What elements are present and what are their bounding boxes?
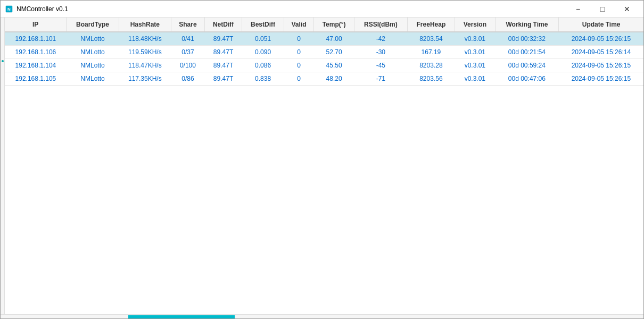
- cell-share: 0/37: [171, 46, 205, 59]
- cell-boardType: NMLotto: [67, 59, 119, 72]
- cell-ip: 192.168.1.105: [5, 72, 67, 86]
- table-container[interactable]: IP BoardType HashRate Share NetDiff Best…: [5, 18, 643, 314]
- table-row[interactable]: 192.168.1.101NMLotto118.48KH/s0/4189.47T…: [5, 32, 643, 46]
- cell-workingTime: 00d 00:59:24: [495, 59, 559, 72]
- cell-updateTime: 2024-09-05 15:26:15: [559, 32, 643, 46]
- cell-workingTime: 00d 00:47:06: [495, 72, 559, 86]
- cell-hashRate: 117.35KH/s: [119, 72, 171, 86]
- main-content: IP BoardType HashRate Share NetDiff Best…: [5, 18, 643, 314]
- app-icon: N: [5, 5, 13, 13]
- cell-bestDiff: 0.086: [242, 59, 284, 72]
- cell-workingTime: 00d 00:32:32: [495, 32, 559, 46]
- content-area: IP BoardType HashRate Share NetDiff Best…: [1, 18, 643, 314]
- cell-temp: 47.00: [314, 32, 354, 46]
- cell-freeHeap: 8203.28: [407, 59, 455, 72]
- window-title: NMController v0.1: [16, 5, 566, 13]
- cell-share: 0/41: [171, 32, 205, 46]
- close-button[interactable]: ✕: [615, 1, 639, 18]
- col-header-ip: IP: [5, 18, 67, 32]
- col-header-freeheap: FreeHeap: [407, 18, 455, 32]
- cell-bestDiff: 0.051: [242, 32, 284, 46]
- cell-hashRate: 119.59KH/s: [119, 46, 171, 59]
- cell-temp: 45.50: [314, 59, 354, 72]
- cell-version: v0.3.01: [455, 32, 495, 46]
- cell-temp: 52.70: [314, 46, 354, 59]
- cell-hashRate: 118.48KH/s: [119, 32, 171, 46]
- bottom-bar: [1, 314, 643, 318]
- cell-ip: 192.168.1.106: [5, 46, 67, 59]
- cell-bestDiff: 0.838: [242, 72, 284, 86]
- table-header-row: IP BoardType HashRate Share NetDiff Best…: [5, 18, 643, 32]
- cell-netDiff: 89.47T: [204, 72, 242, 86]
- cell-netDiff: 89.47T: [204, 32, 242, 46]
- table-row[interactable]: 192.168.1.104NMLotto118.47KH/s0/10089.47…: [5, 59, 643, 72]
- table-row[interactable]: 192.168.1.105NMLotto117.35KH/s0/8689.47T…: [5, 72, 643, 86]
- cell-netDiff: 89.47T: [204, 59, 242, 72]
- cell-share: 0/100: [171, 59, 205, 72]
- col-header-netdiff: NetDiff: [204, 18, 242, 32]
- cell-hashRate: 118.47KH/s: [119, 59, 171, 72]
- col-header-boardtype: BoardType: [67, 18, 119, 32]
- col-header-version: Version: [455, 18, 495, 32]
- sidebar-indicator: [2, 60, 4, 62]
- cell-updateTime: 2024-09-05 15:26:15: [559, 72, 643, 86]
- left-sidebar: [1, 18, 5, 314]
- table-row[interactable]: 192.168.1.106NMLotto119.59KH/s0/3789.47T…: [5, 46, 643, 59]
- cell-netDiff: 89.47T: [204, 46, 242, 59]
- cell-updateTime: 2024-09-05 15:26:15: [559, 59, 643, 72]
- cell-rssi: -45: [354, 59, 407, 72]
- col-header-valid: Valid: [284, 18, 313, 32]
- cell-valid: 0: [284, 46, 313, 59]
- cell-valid: 0: [284, 32, 313, 46]
- col-header-rssi: RSSI(dBm): [354, 18, 407, 32]
- cell-share: 0/86: [171, 72, 205, 86]
- device-table: IP BoardType HashRate Share NetDiff Best…: [5, 18, 643, 86]
- cell-version: v0.3.01: [455, 46, 495, 59]
- cell-workingTime: 00d 00:21:54: [495, 46, 559, 59]
- col-header-workingtime: Working Time: [495, 18, 559, 32]
- cell-version: v0.3.01: [455, 59, 495, 72]
- cell-boardType: NMLotto: [67, 46, 119, 59]
- cell-valid: 0: [284, 59, 313, 72]
- main-window: N NMController v0.1 − □ ✕ IP BoardType: [0, 0, 644, 319]
- col-header-updatetime: Update Time: [559, 18, 643, 32]
- col-header-temp: Temp(°): [314, 18, 354, 32]
- minimize-button[interactable]: −: [566, 1, 590, 18]
- cell-version: v0.3.01: [455, 72, 495, 86]
- cell-boardType: NMLotto: [67, 32, 119, 46]
- cell-ip: 192.168.1.104: [5, 59, 67, 72]
- cell-bestDiff: 0.090: [242, 46, 284, 59]
- title-bar: N NMController v0.1 − □ ✕: [1, 1, 643, 18]
- svg-text:N: N: [7, 7, 11, 12]
- cell-ip: 192.168.1.101: [5, 32, 67, 46]
- col-header-hashrate: HashRate: [119, 18, 171, 32]
- col-header-bestdiff: BestDiff: [242, 18, 284, 32]
- scroll-indicator: [128, 315, 235, 318]
- cell-valid: 0: [284, 72, 313, 86]
- cell-temp: 48.20: [314, 72, 354, 86]
- cell-updateTime: 2024-09-05 15:26:14: [559, 46, 643, 59]
- cell-rssi: -30: [354, 46, 407, 59]
- col-header-share: Share: [171, 18, 205, 32]
- window-controls: − □ ✕: [566, 1, 639, 18]
- cell-boardType: NMLotto: [67, 72, 119, 86]
- cell-rssi: -71: [354, 72, 407, 86]
- cell-freeHeap: 8203.56: [407, 72, 455, 86]
- cell-rssi: -42: [354, 32, 407, 46]
- maximize-button[interactable]: □: [590, 1, 615, 18]
- cell-freeHeap: 167.19: [407, 46, 455, 59]
- cell-freeHeap: 8203.54: [407, 32, 455, 46]
